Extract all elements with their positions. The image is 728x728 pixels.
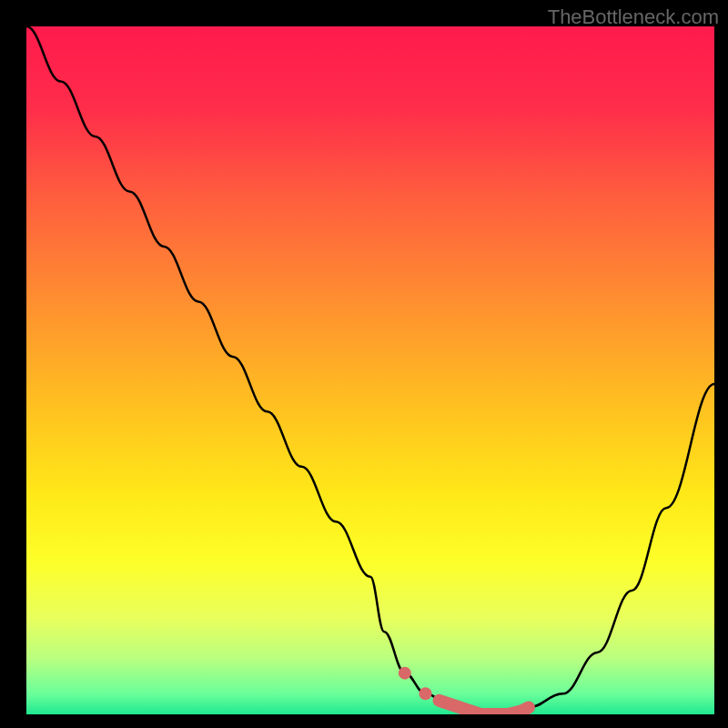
highlight-dot: [399, 667, 411, 680]
attribution-text: TheBottleneck.com: [548, 5, 719, 29]
chart-background: [26, 26, 714, 714]
bottleneck-chart: [26, 26, 714, 714]
highlight-dot: [419, 687, 431, 700]
